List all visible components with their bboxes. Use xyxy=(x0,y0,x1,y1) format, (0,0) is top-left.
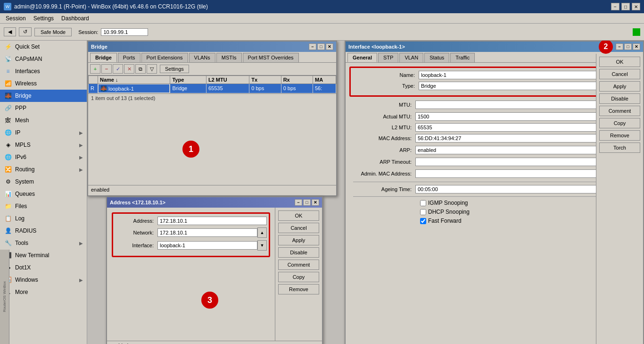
sidebar-item-bridge[interactable]: 🌉 Bridge xyxy=(0,90,87,102)
address-maximize-btn[interactable]: □ xyxy=(303,199,311,206)
tab-status[interactable]: Status xyxy=(424,53,449,62)
fast-forward-checkbox[interactable] xyxy=(420,218,426,224)
interface-close-btn[interactable]: ✕ xyxy=(633,43,640,50)
sidebar-item-files[interactable]: 📁 Files xyxy=(0,200,87,212)
sidebar-item-windows[interactable]: 🪟 Windows ▶ xyxy=(0,274,87,286)
bridge-bottom-status: enabled xyxy=(88,185,336,195)
address-copy-btn[interactable]: Copy xyxy=(278,272,319,282)
sidebar-label-system: System xyxy=(15,178,83,185)
tab-vlans[interactable]: VLANs xyxy=(189,53,215,62)
filter-btn[interactable]: ▽ xyxy=(147,64,157,74)
sidebar-item-mesh[interactable]: 🕸 Mesh xyxy=(0,114,87,126)
disable-btn[interactable]: Disable xyxy=(599,93,640,104)
col-flag[interactable] xyxy=(89,76,98,84)
dhcp-snooping-checkbox[interactable] xyxy=(420,209,426,215)
sidebar-item-dot1x[interactable]: ◆ Dot1X xyxy=(0,261,87,274)
col-tx[interactable]: Tx xyxy=(249,76,281,84)
tab-ports[interactable]: Ports xyxy=(118,53,140,62)
sidebar-item-mpls[interactable]: ◈ MPLS ▶ xyxy=(0,139,87,151)
ok-btn[interactable]: OK xyxy=(599,57,640,67)
capsman-icon: 📡 xyxy=(4,55,12,63)
address-ok-btn[interactable]: OK xyxy=(278,210,319,221)
remove-btn[interactable]: − xyxy=(101,64,112,74)
interfaces-icon: ≡ xyxy=(4,67,12,76)
actual-mtu-label: Actual MTU: xyxy=(349,114,415,119)
sidebar-item-quick-set[interactable]: ⚡ Quick Set xyxy=(0,41,87,53)
back-btn[interactable]: ◀ xyxy=(4,27,16,36)
torch-btn[interactable]: Torch xyxy=(599,143,640,153)
col-ma[interactable]: MA xyxy=(313,76,336,84)
minimize-btn[interactable]: − xyxy=(611,3,619,10)
interface-dropdown-btn[interactable]: ▼ xyxy=(257,240,267,251)
edit-btn[interactable]: ✓ xyxy=(113,64,123,74)
sidebar-label-capsman: CAPsMAN xyxy=(15,56,83,62)
menu-session[interactable]: Session xyxy=(2,14,30,23)
close-btn[interactable]: ✕ xyxy=(632,3,640,10)
sidebar-item-tools[interactable]: 🔧 Tools ▶ xyxy=(0,237,87,249)
address-comment-btn[interactable]: Comment xyxy=(278,260,319,270)
sidebar-item-ip[interactable]: 🌐 IP ▶ xyxy=(0,126,87,139)
sidebar-item-ppp[interactable]: 🔗 PPP xyxy=(0,102,87,114)
col-name[interactable]: Name ↓ xyxy=(98,76,170,84)
interface-maximize-btn[interactable]: □ xyxy=(624,43,632,50)
menu-settings[interactable]: Settings xyxy=(30,14,58,23)
tab-port-mst-overrides[interactable]: Port MST Overrides xyxy=(243,53,299,62)
tab-port-extensions[interactable]: Port Extensions xyxy=(141,53,188,62)
sidebar-item-capsman[interactable]: 📡 CAPsMAN xyxy=(0,53,87,65)
col-rx[interactable]: Rx xyxy=(281,76,313,84)
address-input[interactable] xyxy=(157,217,267,225)
sidebar-item-interfaces[interactable]: ≡ Interfaces xyxy=(0,65,87,77)
table-row[interactable]: R 🌉 loopback-1 Bridge 65535 0 bps 0 bps … xyxy=(89,84,336,93)
cancel-btn[interactable]: Cancel xyxy=(599,69,640,79)
sidebar-item-new-terminal[interactable]: ⬛ New Terminal xyxy=(0,249,87,261)
safe-mode-btn[interactable]: Safe Mode xyxy=(34,28,72,36)
tab-general[interactable]: General xyxy=(347,53,377,62)
copy-btn[interactable]: Copy xyxy=(599,118,640,128)
session-input[interactable] xyxy=(101,28,148,36)
col-type[interactable]: Type xyxy=(170,76,206,84)
tab-stp[interactable]: STP xyxy=(378,53,398,62)
menu-dashboard[interactable]: Dashboard xyxy=(58,14,93,23)
col-l2mtu[interactable]: L2 MTU xyxy=(206,76,249,84)
tab-vlan[interactable]: VLAN xyxy=(399,53,423,62)
network-scroll-up[interactable]: ▲ xyxy=(257,227,267,238)
name-row: Name: xyxy=(353,71,636,79)
cancel-btn[interactable]: ✕ xyxy=(124,64,134,74)
address-disable-btn[interactable]: Disable xyxy=(278,247,319,258)
network-row: Network: ▲ xyxy=(115,227,267,238)
copy-btn[interactable]: ⧉ xyxy=(135,64,146,74)
tab-traffic[interactable]: Traffic xyxy=(450,53,475,62)
interface-field-input[interactable] xyxy=(157,241,257,250)
igmp-snooping-checkbox[interactable] xyxy=(420,200,426,206)
address-minimize-btn[interactable]: − xyxy=(295,199,302,206)
add-btn[interactable]: + xyxy=(90,64,100,74)
tab-mstis[interactable]: MSTIs xyxy=(216,53,242,62)
bridge-maximize-btn[interactable]: □ xyxy=(317,43,325,50)
maximize-btn[interactable]: □ xyxy=(621,3,630,10)
address-remove-btn[interactable]: Remove xyxy=(278,284,319,294)
bridge-minimize-btn[interactable]: − xyxy=(309,43,316,50)
network-input[interactable] xyxy=(157,228,257,237)
comment-btn[interactable]: Comment xyxy=(599,106,640,116)
interface-minimize-btn[interactable]: − xyxy=(616,43,623,50)
sidebar-item-routing[interactable]: 🔀 Routing ▶ xyxy=(0,163,87,176)
sidebar-item-more[interactable]: … More xyxy=(0,286,87,298)
address-cancel-btn[interactable]: Cancel xyxy=(278,223,319,233)
mesh-icon: 🕸 xyxy=(4,116,12,125)
address-apply-btn[interactable]: Apply xyxy=(278,235,319,245)
address-close-btn[interactable]: ✕ xyxy=(312,199,319,206)
sidebar-item-radius[interactable]: 👤 RADIUS xyxy=(0,225,87,237)
sidebar-item-system[interactable]: ⚙ System xyxy=(0,176,87,188)
settings-btn[interactable]: Settings xyxy=(160,65,189,73)
sidebar-item-log[interactable]: 📋 Log xyxy=(0,212,87,225)
sidebar-item-wireless[interactable]: 📶 Wireless xyxy=(0,77,87,90)
annotation-1: 1 xyxy=(182,141,199,158)
apply-btn[interactable]: Apply xyxy=(599,81,640,92)
forward-btn[interactable]: ↺ xyxy=(19,27,32,36)
tab-bridge[interactable]: Bridge xyxy=(90,53,117,62)
bridge-close-btn[interactable]: ✕ xyxy=(326,43,333,50)
sidebar-item-queues[interactable]: 📊 Queues xyxy=(0,188,87,200)
remove-btn[interactable]: Remove xyxy=(599,130,640,141)
row-l2mtu: 65535 xyxy=(206,84,249,93)
sidebar-item-ipv6[interactable]: 🌐 IPv6 ▶ xyxy=(0,151,87,163)
